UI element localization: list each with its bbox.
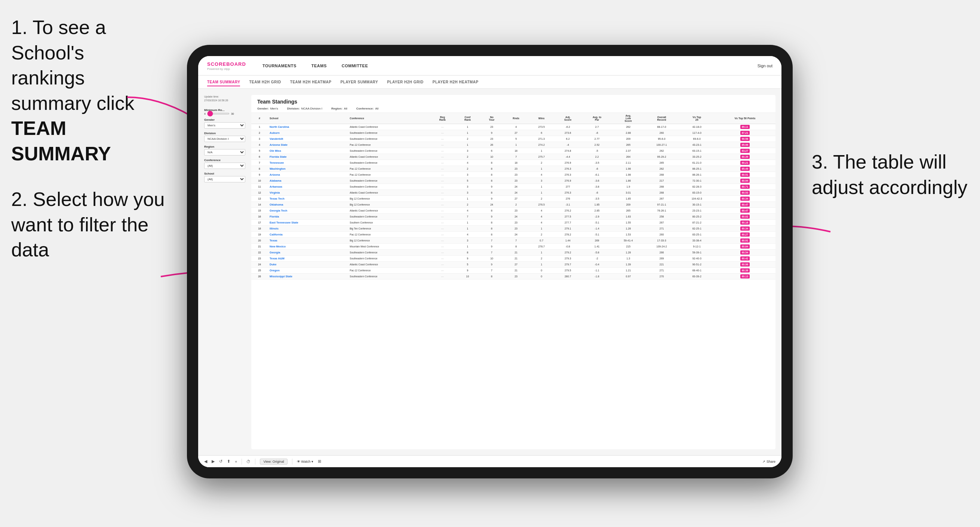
cell-no-tour: 9 (480, 130, 503, 136)
table-row: 10AlabamaSoutheastern Conference—5823327… (251, 178, 775, 184)
min-rounds-slider[interactable] (207, 113, 229, 114)
share-button[interactable]: ↗ Share (762, 460, 775, 464)
cell-adj-score: -4.4 (554, 154, 581, 160)
cell-adj-score: 276.9 (554, 178, 581, 184)
filter-select-division[interactable]: NCAA Division I NCAA Division II NCAA Di… (204, 136, 245, 142)
table-header-section: Team Standings Gender: Men's Division: N… (251, 95, 775, 113)
cell-avg-low: 209 (612, 202, 644, 208)
filter-select-region[interactable]: N/A All (204, 149, 245, 156)
filter-select-school[interactable]: (All) (204, 176, 245, 183)
cell-school[interactable]: Arkansas (268, 184, 348, 190)
nav-committee[interactable]: COMMITTEE (340, 63, 370, 68)
filter-select-conference[interactable]: (All) (204, 163, 245, 169)
sub-nav-team-h2h-heatmap[interactable]: TEAM H2H HEATMAP (290, 78, 332, 86)
toolbar-share-small-icon[interactable]: ⬆ (227, 459, 230, 464)
cell-school[interactable]: Georgia (268, 250, 348, 256)
cell-vs-top50: 80.34 (714, 226, 775, 232)
cell-vs-top50: 80.27 (714, 232, 775, 238)
sub-nav-player-h2h-heatmap[interactable]: PLAYER H2H HEATMAP (433, 78, 479, 86)
cell-overall: 97-21-1 (644, 202, 679, 208)
cell-school[interactable]: Oklahoma (268, 202, 348, 208)
cell-school[interactable]: Arizona (268, 172, 348, 178)
cell-school[interactable]: Tennessee (268, 160, 348, 166)
tablet-screen: SCOREBOARD Powered by clipp TOURNAMENTS … (198, 56, 781, 467)
cell-conference: Big 12 Conference (348, 238, 430, 244)
cell-vs-top50: 80.91 (714, 238, 775, 244)
col-no-tour: NoTour (480, 113, 503, 124)
cell-rank: 22 (251, 250, 268, 256)
sign-out-link[interactable]: Sign out (757, 63, 773, 68)
cell-school[interactable]: New Mexico (268, 244, 348, 250)
cell-school[interactable]: Alabama (268, 178, 348, 184)
cell-no-tour: 8 (480, 208, 503, 214)
cell-avg-low: 1.28 (612, 226, 644, 232)
cell-school[interactable]: Texas (268, 238, 348, 244)
nav-teams[interactable]: TEAMS (310, 63, 328, 68)
cell-wins: 0 (529, 274, 554, 279)
cell-reg-rank: — (430, 184, 455, 190)
filter-select-gender[interactable]: Men's Women's (204, 122, 245, 129)
toolbar-reload-icon[interactable]: ↺ (219, 459, 223, 464)
cell-reg-rank: — (430, 262, 455, 268)
cell-overall: 260 (644, 130, 679, 136)
cell-reg-rank: — (430, 274, 455, 279)
sub-nav-team-h2h-grid[interactable]: TEAM H2H GRID (249, 78, 281, 86)
view-original-button[interactable]: View: Original (260, 459, 287, 465)
cell-no-tour: 9 (480, 244, 503, 250)
cell-vs-top50: 85.98 (714, 142, 775, 148)
sub-nav-player-summary[interactable]: PLAYER SUMMARY (340, 78, 378, 86)
cell-conf-rank: 1 (455, 226, 480, 232)
cell-conf-rank: 2 (455, 166, 480, 172)
cell-avg-low: 1.39 (612, 262, 644, 268)
cell-overall: 100-27-1 (644, 142, 679, 148)
cell-school[interactable]: Vanderbilt (268, 136, 348, 142)
cell-school[interactable]: Florida State (268, 154, 348, 160)
cell-school[interactable]: East Tennessee State (268, 220, 348, 226)
cell-vs-top25: 92-40-3 (679, 256, 714, 262)
cell-school[interactable]: Arizona State (268, 142, 348, 148)
cell-avg-low: 2.11 (612, 160, 644, 166)
cell-school[interactable]: Virginia (268, 190, 348, 196)
cell-vs-top25: 30-15-1 (679, 202, 714, 208)
cell-avg-par: -2 (581, 256, 612, 262)
cell-avg-low: 1.21 (612, 268, 644, 274)
cell-school[interactable]: Oregon (268, 268, 348, 274)
col-rank: # (251, 113, 268, 124)
toolbar-layout-icon[interactable]: ⊞ (318, 459, 321, 464)
cell-school[interactable]: Texas A&M (268, 256, 348, 262)
cell-vs-top50: 80.47 (714, 208, 775, 214)
cell-school[interactable]: Texas Tech (268, 196, 348, 202)
cell-rank: 18 (251, 226, 268, 232)
cell-school[interactable]: Auburn (268, 130, 348, 136)
cell-school[interactable]: Washington (268, 166, 348, 172)
cell-school[interactable]: Georgia Tech (268, 208, 348, 214)
cell-no-tour: 7 (480, 238, 503, 244)
cell-avg-par: 269 (581, 238, 612, 244)
cell-school[interactable]: Florida (268, 214, 348, 220)
cell-avg-low: 2.37 (612, 148, 644, 154)
table-row: 1North CarolinaAtlantic Coast Conference… (251, 124, 775, 130)
sub-nav-player-h2h-grid[interactable]: PLAYER H2H GRID (387, 78, 424, 86)
cell-vs-top25: 59-39-1 (679, 250, 714, 256)
table-row: 4Arizona StatePac-12 Conference—1261274.… (251, 142, 775, 148)
toolbar-add-icon[interactable]: + (235, 459, 237, 464)
cell-avg-low: 264 (612, 154, 644, 160)
cell-school[interactable]: North Carolina (268, 124, 348, 130)
cell-rank: 5 (251, 148, 268, 154)
cell-vs-top50: 80.71 (714, 184, 775, 190)
nav-tournaments[interactable]: TOURNAMENTS (261, 63, 298, 68)
cell-conf-rank: 4 (455, 160, 480, 166)
toolbar-forward-icon[interactable]: ▶ (212, 459, 215, 464)
cell-school[interactable]: Duke (268, 262, 348, 268)
cell-school[interactable]: California (268, 232, 348, 238)
col-school: School (268, 113, 348, 124)
sub-nav-team-summary[interactable]: TEAM SUMMARY (207, 78, 240, 86)
toolbar-back-icon[interactable]: ◀ (204, 459, 207, 464)
cell-school[interactable]: Mississippi State (268, 274, 348, 279)
table-title: Team Standings (257, 99, 770, 105)
cell-no-tour: 8 (480, 220, 503, 226)
cell-school[interactable]: Ole Miss (268, 148, 348, 154)
standings-table-area: Team Standings Gender: Men's Division: N… (251, 95, 775, 449)
cell-school[interactable]: Illinois (268, 226, 348, 232)
watch-button[interactable]: 👁 Watch ▾ (297, 460, 313, 464)
